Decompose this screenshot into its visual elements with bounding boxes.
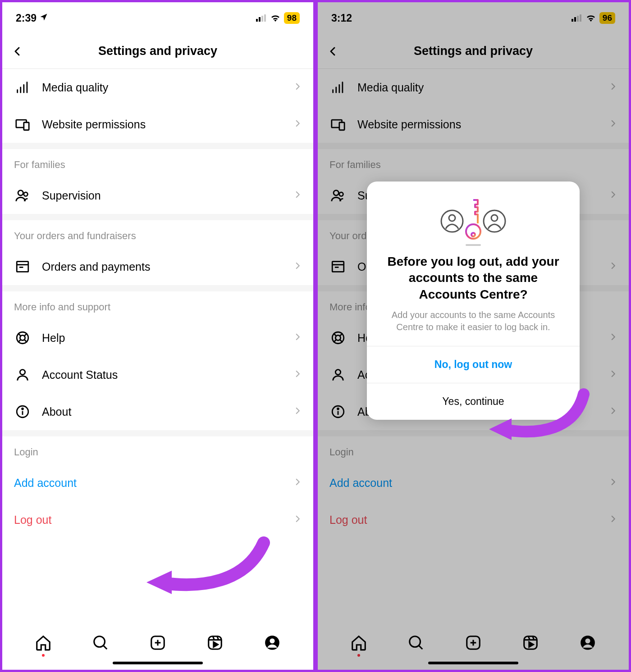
row-label: Log out <box>14 513 293 527</box>
section-login: Login <box>2 436 313 464</box>
home-indicator <box>428 662 518 664</box>
svg-point-59 <box>335 370 340 375</box>
chevron-right-icon <box>293 191 302 200</box>
devices-icon <box>329 116 347 133</box>
svg-rect-68 <box>524 636 537 649</box>
status-time: 3:12 <box>331 12 352 24</box>
row-label: About <box>42 405 283 418</box>
tab-create[interactable] <box>464 633 483 652</box>
modal-description: Add your accounts to the same Accounts C… <box>367 303 580 346</box>
svg-rect-47 <box>339 123 344 130</box>
svg-rect-9 <box>24 123 29 130</box>
box-icon <box>329 258 347 275</box>
tab-create[interactable] <box>148 633 167 652</box>
battery-level: 98 <box>284 12 300 24</box>
tab-bar <box>318 620 629 670</box>
help-icon <box>14 329 31 346</box>
row-label: Orders and payments <box>42 260 283 273</box>
chevron-right-icon <box>609 370 617 380</box>
svg-point-73 <box>581 636 595 650</box>
row-website-permissions[interactable]: Website permissions <box>318 106 629 143</box>
svg-point-78 <box>491 215 498 221</box>
svg-line-55 <box>334 333 336 336</box>
chevron-right-icon <box>609 82 617 92</box>
back-button[interactable] <box>9 42 27 60</box>
people-icon <box>14 187 31 204</box>
svg-rect-0 <box>256 19 258 22</box>
svg-point-10 <box>18 191 23 195</box>
tab-search[interactable] <box>407 633 425 652</box>
back-button[interactable] <box>324 42 342 60</box>
svg-point-76 <box>449 215 455 221</box>
svg-rect-39 <box>574 17 576 22</box>
row-about[interactable]: About <box>2 393 313 430</box>
svg-rect-65 <box>467 636 480 649</box>
modal-logout-now-button[interactable]: No, log out now <box>367 346 580 383</box>
row-add-account[interactable]: Add account <box>318 464 629 501</box>
info-icon <box>329 403 347 420</box>
svg-line-20 <box>18 340 21 342</box>
row-website-permissions[interactable]: Website permissions <box>2 106 313 143</box>
svg-rect-46 <box>332 120 342 127</box>
chevron-right-icon <box>293 370 302 380</box>
row-account-status[interactable]: Account Status <box>2 356 313 393</box>
page-title: Settings and privacy <box>318 44 629 58</box>
location-icon <box>39 12 48 24</box>
section-moreinfo: More info and support <box>2 291 313 319</box>
svg-point-60 <box>332 406 344 418</box>
wifi-icon <box>270 12 280 24</box>
tab-home[interactable] <box>34 633 53 652</box>
svg-line-56 <box>340 333 343 336</box>
svg-point-80 <box>471 233 475 236</box>
tab-reels[interactable] <box>521 633 540 652</box>
row-orders-payments[interactable]: Orders and payments <box>2 248 313 285</box>
tab-profile[interactable] <box>263 633 282 652</box>
chevron-right-icon <box>609 407 617 417</box>
chevron-right-icon <box>293 515 302 525</box>
section-orders: Your orders and fundraisers <box>2 220 313 248</box>
box-icon <box>14 258 31 275</box>
logout-modal: Before you log out, add your accounts to… <box>367 182 580 420</box>
row-add-account[interactable]: Add account <box>2 464 313 501</box>
svg-rect-41 <box>580 14 581 22</box>
section-for-families: For families <box>2 149 313 177</box>
row-label: Help <box>42 331 283 345</box>
row-media-quality[interactable]: Media quality <box>318 69 629 106</box>
chevron-right-icon <box>609 515 617 525</box>
svg-rect-50 <box>332 262 344 272</box>
people-icon <box>329 187 347 204</box>
row-supervision[interactable]: Supervision <box>2 177 313 214</box>
wifi-icon <box>586 12 596 24</box>
row-help[interactable]: Help <box>2 319 313 356</box>
tab-reels[interactable] <box>206 633 224 652</box>
svg-point-74 <box>585 639 590 644</box>
chevron-right-icon <box>609 333 617 343</box>
row-label: Website permissions <box>357 118 598 131</box>
modal-title: Before you log out, add your accounts to… <box>367 254 580 303</box>
devices-icon <box>14 116 31 133</box>
page-header: Settings and privacy <box>2 34 313 69</box>
row-label: Account Status <box>42 368 283 381</box>
row-log-out[interactable]: Log out <box>318 501 629 538</box>
page-header: Settings and privacy <box>318 34 629 69</box>
section-login: Login <box>318 436 629 464</box>
svg-point-37 <box>270 639 274 644</box>
svg-point-53 <box>332 332 344 344</box>
tab-home[interactable] <box>349 633 368 652</box>
svg-rect-2 <box>261 16 263 22</box>
svg-point-24 <box>22 408 23 409</box>
svg-point-21 <box>20 370 25 375</box>
chevron-right-icon <box>293 82 302 92</box>
tab-profile[interactable] <box>578 633 597 652</box>
row-log-out[interactable]: Log out <box>2 501 313 538</box>
modal-continue-button[interactable]: Yes, continue <box>367 383 580 420</box>
chevron-right-icon <box>609 119 617 129</box>
svg-point-11 <box>24 192 28 196</box>
tab-search[interactable] <box>91 633 110 652</box>
row-media-quality[interactable]: Media quality <box>2 69 313 106</box>
svg-line-58 <box>334 340 336 342</box>
svg-point-16 <box>20 335 25 340</box>
chevron-right-icon <box>609 191 617 200</box>
status-bar: 2:39 98 <box>2 2 313 34</box>
svg-point-26 <box>94 636 105 647</box>
